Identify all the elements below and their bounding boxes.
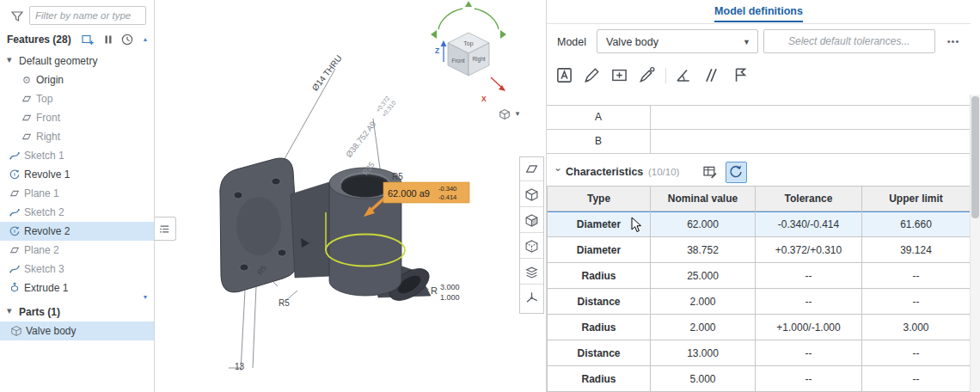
table-row[interactable]: Distance 13.000 -- -- (547, 340, 971, 366)
filter-input[interactable] (29, 6, 146, 25)
cell-tolerance: -- (756, 289, 862, 315)
tree-item-sketch-2[interactable]: Sketch 2 (0, 203, 154, 222)
tree-item-label: Revolve 1 (24, 168, 70, 181)
dim-r-fillet[interactable]: R 3.000 1.000 (431, 283, 460, 302)
hidden-edges-tool-button[interactable] (520, 235, 543, 259)
tree-item-origin[interactable]: Origin (0, 70, 154, 89)
outline-list-icon (158, 223, 171, 236)
tree-item-label: Sketch 2 (24, 206, 64, 218)
collapse-panel-button[interactable] (155, 217, 176, 241)
view-cube-front-label: Front (451, 58, 464, 64)
svg-text:R: R (431, 285, 438, 296)
datum-button[interactable] (729, 64, 751, 87)
table-row[interactable]: Distance 2.000 -- -- (547, 289, 971, 315)
tree-item-label: Revolve 2 (24, 225, 70, 237)
tree-item-valve-body-part[interactable]: Valve body (0, 322, 154, 340)
table-row[interactable]: Radius 2.000 +1.000/-1.000 3.000 (547, 315, 971, 340)
layers-tool-button[interactable] (520, 260, 543, 285)
dim-13[interactable]: 13 (235, 362, 245, 371)
table-row[interactable]: Radius 25.000 -- -- (547, 263, 971, 289)
pen-icon (583, 66, 601, 84)
characteristics-table: Type Nominal value Tolerance Upper limit… (547, 186, 971, 392)
svg-text:-0.340: -0.340 (438, 185, 456, 193)
cell-tolerance: -- (756, 366, 862, 392)
tree-item-revolve-2[interactable]: Revolve 2 (0, 222, 154, 241)
frame-annotation-button[interactable] (609, 64, 631, 87)
column-header: Nominal value (651, 187, 756, 211)
caret-down-icon[interactable]: ▾ (7, 305, 12, 316)
panel-header: Model definitions (547, 0, 971, 24)
feature-tree-panel: Features (28) ▲ ▾ Default geometry Origi… (0, 0, 155, 392)
tree-scroll-up[interactable]: ▲ (140, 35, 150, 44)
tree-group-default-geometry[interactable]: ▾ Default geometry (0, 52, 154, 70)
datum-row[interactable]: A (547, 106, 971, 130)
tree-item-top-plane[interactable]: Top (0, 89, 154, 108)
caret-down-icon[interactable]: ▾ (7, 54, 12, 65)
cell-upper-limit: 39.124 (862, 237, 971, 263)
default-tolerances-input[interactable] (763, 29, 935, 53)
svg-text:62.000 a9: 62.000 a9 (388, 188, 430, 199)
model-definitions-panel: Model definitions Model Valve body ▼ •••… (546, 0, 970, 392)
scrollbar-thumb[interactable] (971, 96, 979, 218)
view-cube[interactable]: Top Front Right Z X (431, 1, 506, 103)
part-item-label: Valve body (26, 325, 76, 337)
cell-upper-limit: -- (862, 263, 971, 289)
view-cube-right-label: Right (472, 56, 485, 63)
3d-viewport[interactable]: Ø14 THRU Ø38.752 A9 +0.372 +0.310 R25 R5… (155, 0, 546, 392)
dim-r5-top[interactable]: R5 (392, 172, 403, 181)
insert-feature-icon[interactable] (81, 33, 95, 46)
extrude-icon (9, 282, 21, 294)
vertical-scrollbar[interactable] (970, 95, 980, 392)
datum-row[interactable]: B (547, 130, 971, 154)
dim-dia14-thru[interactable]: Ø14 THRU (310, 53, 344, 93)
more-options-button[interactable]: ••• (942, 31, 965, 52)
suspend-pause-icon[interactable] (101, 33, 115, 46)
tree-item-plane-2[interactable]: Plane 2 (0, 241, 154, 260)
parallelism-button[interactable] (700, 64, 722, 87)
tree-scroll-down[interactable]: ▼ (140, 293, 150, 302)
cell-tolerance: -- (756, 263, 862, 289)
axes-tool-button[interactable] (520, 286, 543, 310)
datum-flag-icon (731, 66, 749, 84)
dim-dia38[interactable]: Ø38.752 A9 +0.372 +0.310 (342, 95, 397, 160)
label-annotation-button[interactable] (554, 64, 576, 87)
tree-item-sketch-1[interactable]: Sketch 1 (0, 146, 154, 165)
datum-plane-tool-button[interactable] (520, 157, 543, 181)
cell-tolerance: -0.340/-0.414 (756, 211, 862, 237)
section-view-tool-button[interactable] (520, 209, 543, 233)
solid-cube-icon (524, 187, 539, 202)
auto-update-button[interactable] (726, 162, 747, 183)
table-row[interactable]: Diameter 62.000 -0.340/-0.414 61.660 (547, 211, 971, 237)
solid-view-tool-button[interactable] (520, 183, 543, 207)
cell-nominal: 5.000 (651, 366, 756, 392)
plane-icon (21, 93, 33, 105)
table-row[interactable]: Diameter 38.752 +0.372/+0.310 39.124 (547, 237, 971, 263)
tree-item-plane-1[interactable]: Plane 1 (0, 184, 154, 203)
history-clock-icon[interactable] (120, 33, 134, 46)
tree-item-right-plane[interactable]: Right (0, 127, 154, 146)
view-orientation-menu[interactable]: ▼ (497, 107, 526, 123)
edit-tolerances-button[interactable] (700, 162, 721, 183)
tree-group-parts[interactable]: ▾ Parts (1) (0, 303, 154, 322)
table-pencil-icon (702, 164, 718, 180)
viewport-canvas[interactable]: Ø14 THRU Ø38.752 A9 +0.372 +0.310 R25 R5… (155, 0, 546, 392)
angle-measure-button[interactable] (672, 64, 695, 87)
leader-annotation-button[interactable] (581, 64, 603, 87)
cell-nominal: 25.000 (651, 263, 756, 289)
tree-item-label: Top (36, 93, 52, 105)
viewport-tool-strip (519, 156, 544, 314)
model-dropdown[interactable]: Valve body ▼ (597, 29, 758, 53)
tree-item-front-plane[interactable]: Front (0, 108, 154, 127)
tree-item-revolve-1[interactable]: Revolve 1 (0, 165, 154, 184)
cell-nominal: 2.000 (651, 315, 756, 340)
column-header: Type (547, 187, 651, 211)
smart-annotation-button[interactable] (636, 64, 658, 87)
datum-list: A B (547, 105, 971, 154)
cube-icon (499, 108, 511, 120)
tree-item-extrude-1[interactable]: Extrude 1 (0, 279, 154, 297)
tree-item-sketch-3[interactable]: Sketch 3 (0, 260, 154, 279)
table-row[interactable]: Radius 5.000 -- -- (547, 366, 971, 392)
chevron-down-icon[interactable]: ⌄ (554, 162, 562, 174)
plane-icon (9, 187, 21, 199)
dim-r5-bottom[interactable]: R5 (279, 298, 290, 308)
